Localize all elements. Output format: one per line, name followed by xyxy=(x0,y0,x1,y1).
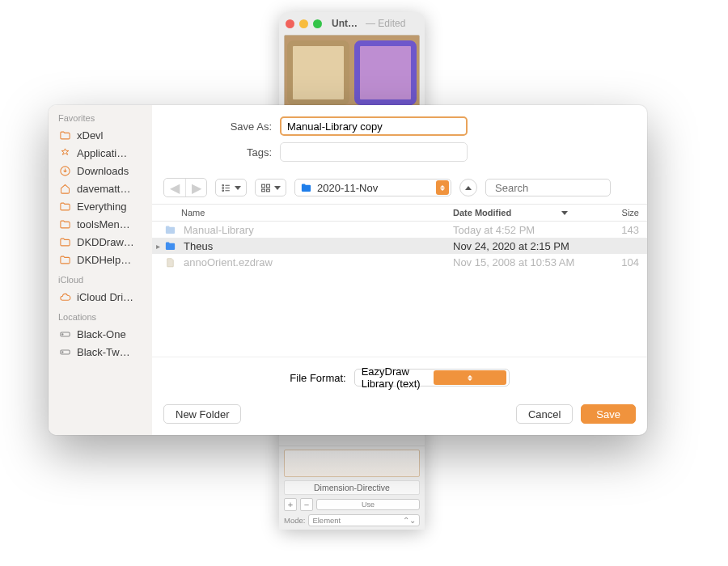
main-panel: Save As: Tags: ◀ ▶ 2020- xyxy=(152,105,647,435)
folder-name: 2020-11-Nov xyxy=(317,182,431,194)
cloud-icon xyxy=(58,290,71,303)
download-icon xyxy=(58,164,71,177)
save-as-input[interactable] xyxy=(280,116,468,136)
svg-point-4 xyxy=(61,351,62,352)
home-icon xyxy=(58,182,71,195)
column-size[interactable]: Size xyxy=(608,208,647,218)
sidebar-item-xdevl[interactable]: xDevl xyxy=(58,126,152,144)
search-field[interactable] xyxy=(485,179,611,196)
svg-point-7 xyxy=(222,189,224,191)
new-folder-button[interactable]: New Folder xyxy=(163,404,241,424)
bg-mode-label: Mode: xyxy=(284,516,305,525)
sidebar-item-toolsmenu[interactable]: toolsMen… xyxy=(58,215,152,233)
bg-minus-button[interactable]: − xyxy=(300,498,313,511)
bg-card-gold xyxy=(287,40,349,105)
dropdown-stepper-icon xyxy=(436,180,449,195)
sidebar-item-applications[interactable]: Applicati… xyxy=(58,144,152,162)
bg-use-button[interactable]: Use xyxy=(316,499,420,510)
sort-chevron-icon xyxy=(561,211,568,215)
svg-rect-8 xyxy=(262,184,265,188)
svg-point-5 xyxy=(222,184,224,186)
search-input[interactable] xyxy=(495,182,631,194)
sidebar: Favorites xDevl Applicati… Downloads dav… xyxy=(49,105,152,435)
folder-icon xyxy=(58,129,71,142)
nav-segment: ◀ ▶ xyxy=(163,178,207,197)
sidebar-item-black-one[interactable]: Black-One xyxy=(58,325,152,343)
folder-icon xyxy=(58,235,71,248)
sidebar-item-downloads[interactable]: Downloads xyxy=(58,162,152,180)
bg-plus-button[interactable]: + xyxy=(284,498,297,511)
list-header: Name Date Modified Size xyxy=(152,204,647,222)
chevron-down-icon xyxy=(274,186,281,190)
disk-icon xyxy=(58,345,71,358)
file-row[interactable]: annoOrient.ezdraw Nov 15, 2008 at 10:53 … xyxy=(152,254,647,270)
tags-input[interactable] xyxy=(280,142,468,162)
svg-point-6 xyxy=(222,187,224,188)
zoom-traffic-light[interactable] xyxy=(313,19,322,28)
sidebar-item-dkddraw[interactable]: DKDDraw… xyxy=(58,233,152,251)
file-row[interactable]: Manual-Library Today at 4:52 PM 143 xyxy=(152,222,647,238)
folder-icon xyxy=(300,182,312,194)
cancel-button[interactable]: Cancel xyxy=(516,404,573,424)
file-list[interactable]: Manual-Library Today at 4:52 PM 143 ▸ Th… xyxy=(152,222,647,357)
bg-card-purple xyxy=(354,40,417,105)
close-traffic-light[interactable] xyxy=(286,19,294,28)
collapse-button[interactable] xyxy=(459,179,477,196)
tags-label: Tags: xyxy=(176,146,280,158)
folder-icon xyxy=(58,200,71,213)
sidebar-heading-icloud: iCloud xyxy=(58,275,152,285)
dropdown-stepper-icon xyxy=(434,370,506,385)
svg-rect-11 xyxy=(267,189,270,192)
svg-rect-10 xyxy=(262,189,265,192)
folder-dropdown[interactable]: 2020-11-Nov xyxy=(294,179,451,196)
folder-icon xyxy=(58,218,71,230)
bg-mode-select[interactable]: Element⌃⌄ xyxy=(308,514,420,526)
footer: New Folder Cancel Save xyxy=(152,398,647,435)
bg-bottom-panel: Dimension-Directive + − Use Mode: Elemen… xyxy=(279,446,425,530)
chevron-up-icon xyxy=(465,186,472,190)
sidebar-item-dkdhelp[interactable]: DKDHelp… xyxy=(58,251,152,268)
folder-icon xyxy=(163,223,176,236)
document-icon xyxy=(163,256,176,268)
view-list-button[interactable] xyxy=(215,179,247,196)
column-date[interactable]: Date Modified xyxy=(453,208,608,218)
nav-forward-button[interactable]: ▶ xyxy=(185,179,206,196)
sidebar-heading-favorites: Favorites xyxy=(58,113,152,123)
file-format-label: File Format: xyxy=(290,372,345,384)
svg-point-2 xyxy=(61,333,62,334)
folder-icon xyxy=(58,253,71,266)
sidebar-item-black-two[interactable]: Black-Tw… xyxy=(58,343,152,361)
apps-icon xyxy=(58,146,71,159)
bg-titlebar: Unt… — Edited xyxy=(279,12,425,35)
file-row[interactable]: ▸ Theus Nov 24, 2020 at 2:15 PM xyxy=(152,238,647,254)
minimize-traffic-light[interactable] xyxy=(299,19,308,28)
nav-back-button[interactable]: ◀ xyxy=(164,179,185,196)
svg-rect-9 xyxy=(267,184,270,188)
bg-thumb xyxy=(284,450,420,477)
sidebar-item-everything[interactable]: Everything xyxy=(58,197,152,215)
column-name[interactable]: Name xyxy=(152,208,453,218)
disclosure-triangle[interactable]: ▸ xyxy=(152,242,163,251)
save-as-label: Save As: xyxy=(176,120,280,133)
sidebar-item-home[interactable]: davematt… xyxy=(58,180,152,197)
sidebar-heading-locations: Locations xyxy=(58,312,152,322)
folder-icon xyxy=(163,239,176,252)
bg-dimension-label: Dimension-Directive xyxy=(284,480,420,495)
sidebar-item-icloud-drive[interactable]: iCloud Dri… xyxy=(58,288,152,306)
toolbar: ◀ ▶ 2020-11-Nov xyxy=(152,175,647,204)
bg-edited-indicator: — Edited xyxy=(366,18,405,29)
group-button[interactable] xyxy=(255,179,286,196)
save-sheet: Favorites xDevl Applicati… Downloads dav… xyxy=(49,105,647,435)
bg-window-title: Unt… xyxy=(332,18,358,29)
disk-icon xyxy=(58,327,71,340)
file-format-select[interactable]: EazyDraw Library (text) xyxy=(354,369,510,386)
save-button[interactable]: Save xyxy=(581,404,636,424)
chevron-down-icon xyxy=(235,186,241,190)
bg-canvas xyxy=(284,35,420,111)
file-format-row: File Format: EazyDraw Library (text) xyxy=(152,357,647,398)
